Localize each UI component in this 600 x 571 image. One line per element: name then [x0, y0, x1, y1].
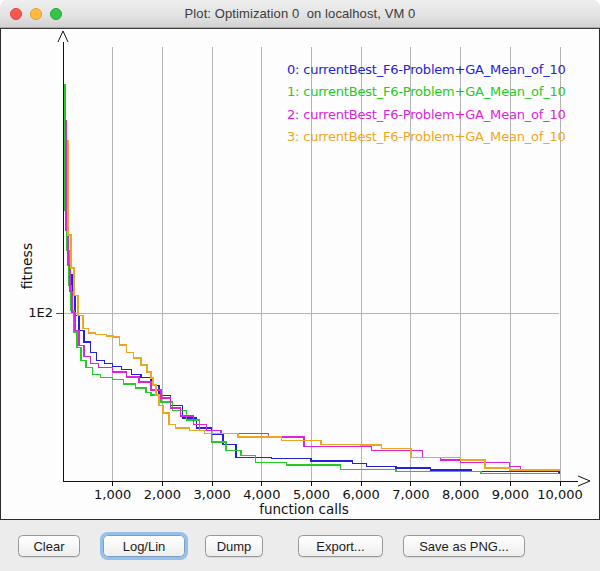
save-as-png-button[interactable]: Save as PNG... — [403, 535, 525, 557]
series-line-3 — [68, 140, 559, 471]
x-axis-arrow — [578, 476, 590, 486]
dump-button[interactable]: Dump — [205, 535, 263, 557]
export-button[interactable]: Export... — [298, 535, 383, 557]
x-tick-label: 6,000 — [343, 487, 380, 502]
minimize-button[interactable] — [30, 8, 42, 20]
window-title: Plot: Optimization 0 on localhost, VM 0 — [0, 0, 600, 27]
plot-panel: 1E20: currentBest_F6-Problem+GA_Mean_of_… — [0, 28, 600, 520]
plot-canvas: 1E20: currentBest_F6-Problem+GA_Mean_of_… — [1, 29, 599, 519]
y-axis-label: fitness — [19, 243, 35, 289]
zoom-button[interactable] — [50, 8, 62, 20]
x-tick-label: 7,000 — [392, 487, 429, 502]
log-lin-button[interactable]: Log/Lin — [103, 535, 185, 557]
x-tick-label: 4,000 — [243, 487, 280, 502]
button-bar: Clear Log/Lin Dump Export... Save as PNG… — [0, 520, 600, 571]
legend-entry-0: 0: currentBest_F6-Problem+GA_Mean_of_10 — [287, 62, 566, 77]
x-tick-label: 1,000 — [94, 487, 131, 502]
x-tick-label: 10,000 — [537, 487, 583, 502]
x-axis-label: function calls — [259, 501, 349, 517]
y-axis-arrow — [58, 31, 68, 42]
traffic-lights — [10, 8, 62, 20]
series-line-2 — [66, 120, 559, 471]
x-tick-label: 9,000 — [492, 487, 529, 502]
x-tick-label: 5,000 — [293, 487, 330, 502]
title-bar[interactable]: Plot: Optimization 0 on localhost, VM 0 — [0, 0, 600, 28]
clear-button[interactable]: Clear — [18, 535, 80, 557]
plot-window: Plot: Optimization 0 on localhost, VM 0 … — [0, 0, 600, 571]
y-tick-label: 1E2 — [28, 305, 53, 320]
x-tick-label: 8,000 — [442, 487, 479, 502]
legend-entry-3: 3: currentBest_F6-Problem+GA_Mean_of_10 — [287, 129, 566, 144]
x-tick-label: 3,000 — [193, 487, 230, 502]
x-tick-label: 2,000 — [144, 487, 181, 502]
legend-entry-2: 2: currentBest_F6-Problem+GA_Mean_of_10 — [287, 107, 566, 122]
close-button[interactable] — [10, 8, 22, 20]
legend-entry-1: 1: currentBest_F6-Problem+GA_Mean_of_10 — [287, 84, 566, 99]
